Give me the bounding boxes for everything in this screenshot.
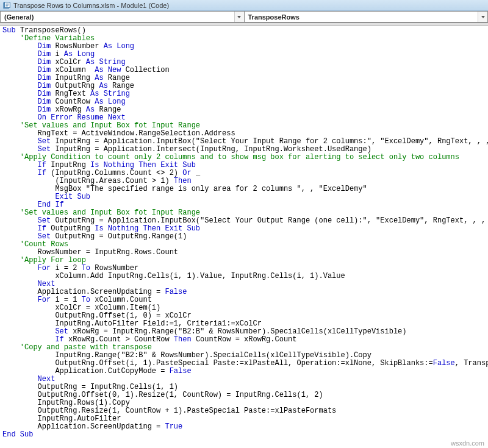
code-line[interactable]: End Sub [2, 431, 486, 439]
procedure-dropdown[interactable]: TransposeRows [244, 11, 489, 23]
object-dropdown[interactable]: (General) [0, 11, 244, 23]
code-line[interactable]: Application.ScreenUpdating = True [2, 423, 486, 431]
window-title: Transpose Rows to Columns.xlsm - Module1… [13, 2, 169, 9]
window-title-bar: Transpose Rows to Columns.xlsm - Module1… [0, 0, 488, 11]
procedure-dropdown-text: TransposeRows [245, 13, 300, 21]
watermark: wsxdn.com [451, 439, 484, 447]
code-line[interactable]: Set OutputRng = OutputRng.Range(1) [2, 233, 486, 241]
module-icon [2, 1, 11, 10]
dropdown-bar: (General) TransposeRows [0, 11, 488, 23]
code-line[interactable]: Application.CutCopyMode = False [2, 368, 486, 375]
chevron-down-icon [234, 12, 244, 22]
code-editor[interactable]: Sub TransposeRows() 'Define Variables Di… [0, 26, 488, 440]
code-line[interactable]: xColumn.Add InputRng.Cells(i, 1).Value, … [2, 272, 486, 280]
code-line[interactable]: Exit Sub [2, 193, 486, 201]
chevron-down-icon [478, 12, 487, 22]
object-dropdown-text: (General) [1, 13, 34, 21]
